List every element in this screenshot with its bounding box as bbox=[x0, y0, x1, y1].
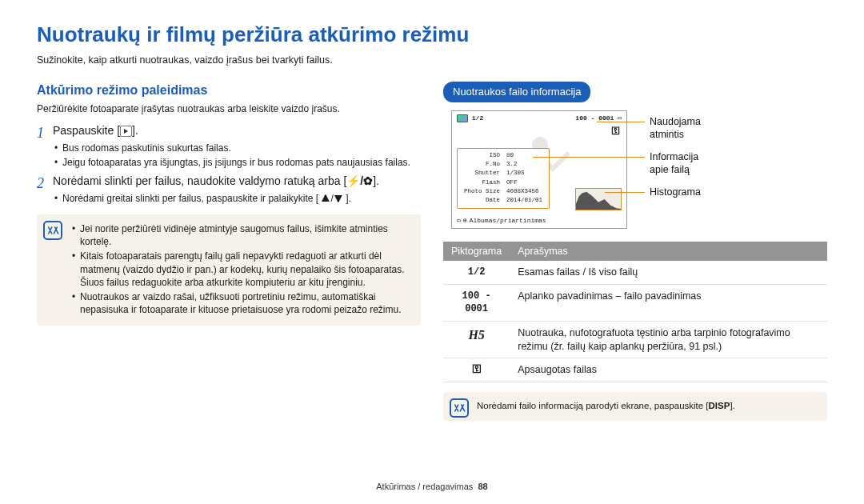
icon-cell: ⚿ bbox=[443, 358, 510, 382]
zoom-out-icon: ▭ bbox=[457, 217, 461, 226]
note-icon bbox=[43, 221, 62, 240]
callout-memory: Naudojama atmintis bbox=[650, 115, 701, 142]
page-footer: Atkūrimas / redagavimas 88 bbox=[0, 481, 864, 493]
footer-section: Atkūrimas / redagavimas bbox=[376, 482, 473, 491]
disp-key-icon: DISP bbox=[709, 400, 730, 413]
step-2: 2 Norėdami slinkti per failus, naudokite… bbox=[37, 174, 421, 206]
zoom-in-icon: ⊕ bbox=[463, 217, 467, 226]
desc-cell: Nuotrauka, nufotografuota tęstinio arba … bbox=[510, 321, 827, 358]
page-subtitle: Sužinokite, kaip atkurti nuotraukas, vai… bbox=[37, 54, 827, 67]
icon-cell: 100 - 0001 bbox=[443, 285, 510, 321]
lock-icon: ⚿ bbox=[611, 126, 620, 138]
table-row: 100 - 0001Aplanko pavadinimas – failo pa… bbox=[443, 285, 827, 321]
callout-histogram: Histograma bbox=[650, 186, 701, 199]
tip-before: Norėdami failo informaciją parodyti ekra… bbox=[477, 401, 709, 410]
photo-thumb-icon bbox=[457, 114, 468, 122]
desc-cell: Esamas failas / Iš viso failų bbox=[510, 261, 827, 284]
page-title: Nuotraukų ir filmų peržiūra atkūrimo rež… bbox=[37, 21, 827, 49]
section-subheading: Peržiūrėkite fotoaparate įrašytas nuotra… bbox=[37, 102, 421, 115]
memory-card-icon: ▭ bbox=[618, 114, 622, 122]
playback-button-icon bbox=[120, 126, 132, 137]
tip-after: ]. bbox=[730, 401, 734, 410]
th-desc: Aprašymas bbox=[510, 242, 827, 262]
desc-cell: Apsaugotas failas bbox=[510, 358, 827, 382]
lcd-counter: 1/2 bbox=[472, 114, 483, 122]
info-pill: Nuotraukos failo informacija bbox=[443, 82, 590, 102]
table-row: 1/2Esamas failas / Iš viso failų bbox=[443, 261, 827, 284]
lcd-screen: 1/2 100 - 0001 ▭ ⚿ ISO80 F.No3.2 bbox=[451, 110, 627, 229]
icon-cell: H5 bbox=[443, 321, 510, 358]
step1-bullet-1: Bus rodomas paskutinis sukurtas failas. bbox=[53, 142, 421, 154]
left-column: Atkūrimo režimo paleidimas Peržiūrėkite … bbox=[37, 82, 421, 421]
step-number: 1 bbox=[37, 123, 53, 170]
icon-legend-table: Piktograma Aprašymas 1/2Esamas failas / … bbox=[443, 242, 827, 383]
note-bullet-1: Jei norite peržiūrėti vidinėje atmintyje… bbox=[70, 222, 411, 248]
step2-bullet-1: Norėdami greitai slinkti per failus, pas… bbox=[53, 192, 421, 205]
step1-text-after: ]. bbox=[132, 124, 138, 137]
lcd-diagram: 1/2 100 - 0001 ▭ ⚿ ISO80 F.No3.2 bbox=[451, 110, 643, 229]
callout-fileinfo: Informacija apie failą bbox=[650, 150, 698, 178]
step1-bullet-2: Jeigu fotoaparatas yra išjungtas, jis įs… bbox=[53, 156, 421, 169]
icon-cell: 1/2 bbox=[443, 261, 510, 284]
table-row: ⚿Apsaugotas failas bbox=[443, 358, 827, 382]
note-icon bbox=[450, 398, 469, 418]
step-number: 2 bbox=[37, 174, 53, 206]
step-1: 1 Paspauskite []. Bus rodomas paskutinis… bbox=[37, 123, 421, 170]
right-column: Nuotraukos failo informacija 1/2 100 - 0… bbox=[443, 82, 827, 421]
desc-cell: Aplanko pavadinimas – failo pavadinimas bbox=[510, 285, 827, 321]
step2-text-after: ]. bbox=[373, 174, 379, 187]
step1-text-before: Paspauskite [ bbox=[53, 124, 120, 137]
section-heading: Atkūrimo režimo paleidimas bbox=[37, 82, 421, 99]
step2-text-before: Norėdami slinkti per failus, naudokite v… bbox=[53, 174, 346, 187]
th-icon: Piktograma bbox=[443, 242, 510, 262]
flash-macro-icon: ⚡/✿ bbox=[346, 174, 373, 187]
footer-page: 88 bbox=[478, 482, 487, 491]
table-row: H5Nuotrauka, nufotografuota tęstinio arb… bbox=[443, 321, 827, 358]
lcd-bottom-label: Albumas/priartinimas bbox=[470, 217, 546, 226]
note-bullet-2: Kitais fotoaparatais parengtų failų gali… bbox=[70, 250, 411, 289]
note-box: Jei norite peržiūrėti vidinėje atmintyje… bbox=[37, 214, 421, 326]
lcd-folder: 100 - 0001 bbox=[575, 114, 614, 122]
tip-box: Norėdami failo informaciją parodyti ekra… bbox=[443, 392, 827, 421]
note-bullet-3: Nuotraukos ar vaizdo rašai, užfiksuoti p… bbox=[70, 290, 411, 316]
